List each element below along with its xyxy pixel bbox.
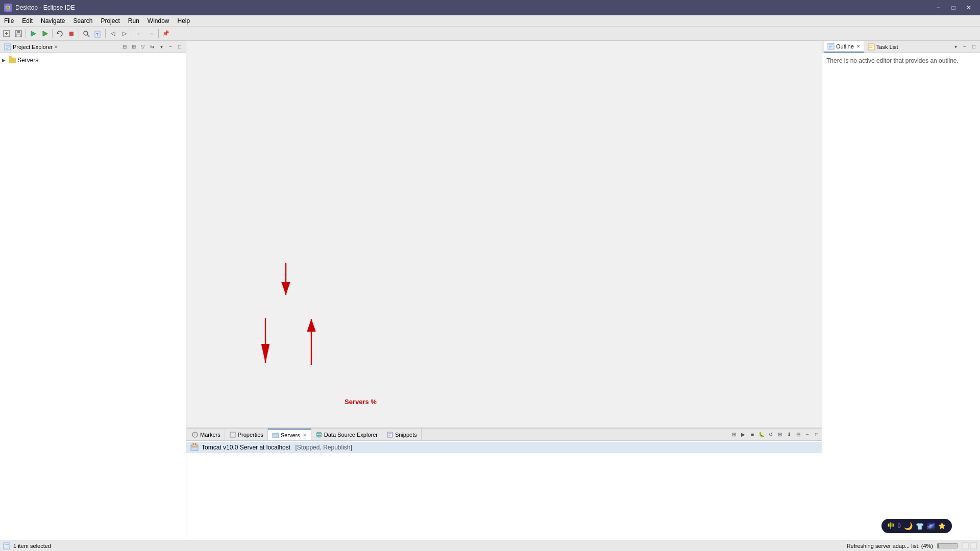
properties-icon <box>229 431 236 438</box>
toolbar-sep-1 <box>26 29 26 38</box>
bottom-panel-debug[interactable]: 🐛 <box>757 431 766 439</box>
menu-help[interactable]: Help <box>174 15 194 26</box>
server-name: Tomcat v10.0 Server at localhost <box>202 444 290 451</box>
pe-close-icon[interactable]: ✕ <box>54 44 58 49</box>
toolbar-open-type[interactable]: T <box>92 28 104 39</box>
bottom-panel-new[interactable]: ⊞ <box>730 431 738 439</box>
svg-point-27 <box>316 432 322 434</box>
servers-tab-icon <box>272 432 279 439</box>
tree-arrow-servers: ▶ <box>2 58 7 63</box>
snippets-icon <box>386 431 394 438</box>
bottom-panel-start[interactable]: ▶ <box>739 431 747 439</box>
close-button[interactable]: ✕ <box>962 2 976 13</box>
bottom-panel-stop[interactable]: ■ <box>748 431 756 439</box>
tab-servers-close[interactable]: ✕ <box>303 433 307 438</box>
toolbar-forward[interactable]: → <box>145 28 157 39</box>
menu-project[interactable]: Project <box>96 15 124 26</box>
bottom-panel-menu3[interactable]: ⊟ <box>794 431 802 439</box>
toolbar-sep-4 <box>105 29 106 38</box>
toolbar-run[interactable] <box>39 28 51 39</box>
tab-snippets[interactable]: Snippets <box>382 429 422 440</box>
toolbar-save[interactable] <box>13 28 24 39</box>
svg-rect-37 <box>195 443 196 445</box>
pe-expand-all[interactable]: ⊞ <box>130 43 138 51</box>
tree-item-servers[interactable]: ▶ Servers <box>0 55 186 65</box>
title-bar: Desktop - Eclipse IDE − □ ✕ <box>0 0 980 15</box>
center-area: ! Markers Properties Serv <box>186 41 822 540</box>
pe-maximize[interactable]: □ <box>176 43 184 51</box>
toolbar-search[interactable] <box>81 28 92 39</box>
toolbar-pin[interactable]: 📌 <box>160 28 172 39</box>
pe-link[interactable]: ⇆ <box>148 43 156 51</box>
toolbar-debug[interactable] <box>28 28 39 39</box>
svg-rect-36 <box>193 443 194 445</box>
toolbar-prev-edit[interactable]: ◁ <box>107 28 118 39</box>
pe-filter[interactable]: ▽ <box>139 43 147 51</box>
menu-edit[interactable]: Edit <box>18 15 37 26</box>
tray-chinese-char: 中 <box>888 521 894 531</box>
pe-minimize[interactable]: − <box>166 43 175 51</box>
outline-view-menu[interactable]: ▾ <box>951 43 960 51</box>
tray-space-icon: 🌌 <box>927 522 935 530</box>
toolbar-stop[interactable] <box>66 28 77 39</box>
tab-servers-label: Servers <box>281 432 300 438</box>
markers-icon: ! <box>191 431 199 438</box>
bottom-panel-menu1[interactable]: ⊞ <box>776 431 784 439</box>
menu-file[interactable]: File <box>0 15 18 26</box>
tab-properties[interactable]: Properties <box>225 429 268 440</box>
svg-text:!: ! <box>194 433 195 437</box>
tab-task-list[interactable]: Task List <box>865 41 901 53</box>
bottom-maximize[interactable]: □ <box>813 431 821 439</box>
outline-minimize[interactable]: − <box>961 43 969 51</box>
status-extra-icon1 <box>962 542 969 549</box>
maximize-button[interactable]: □ <box>946 2 961 13</box>
bottom-minimize[interactable]: − <box>803 431 812 439</box>
toolbar: T ◁ ▷ ← → 📌 <box>0 27 980 41</box>
toolbar-back[interactable]: ← <box>134 28 145 39</box>
svg-rect-6 <box>17 31 20 33</box>
outline-tab-label: Outline <box>836 43 854 49</box>
tab-data-source-label: Data Source Explorer <box>324 432 378 438</box>
right-panel-header: Outline ✕ Task List ▾ − <box>822 41 980 53</box>
status-icon <box>3 542 10 549</box>
toolbar-refresh[interactable] <box>54 28 65 39</box>
bottom-tabs-bar: ! Markers Properties Serv <box>186 429 822 441</box>
svg-marker-9 <box>43 31 47 36</box>
svg-rect-43 <box>868 44 874 50</box>
project-tree: ▶ Servers <box>0 53 186 540</box>
tab-data-source[interactable]: Data Source Explorer <box>311 429 382 440</box>
tab-properties-label: Properties <box>238 432 263 438</box>
svg-rect-7 <box>16 34 20 37</box>
tray-star-icon: ⭐ <box>938 522 946 530</box>
toolbar-next-edit[interactable]: ▷ <box>119 28 130 39</box>
project-explorer-tab[interactable]: Project Explorer ✕ <box>2 43 60 51</box>
tab-servers[interactable]: Servers ✕ <box>268 429 311 440</box>
progress-fill <box>938 544 939 548</box>
servers-folder-icon <box>8 56 16 64</box>
svg-text:T: T <box>96 32 99 37</box>
status-extra-icon2 <box>970 542 977 549</box>
tab-outline[interactable]: Outline ✕ <box>824 41 864 53</box>
servers-content: Tomcat v10.0 Server at localhost [Stoppe… <box>186 441 822 540</box>
menu-run[interactable]: Run <box>124 15 143 26</box>
tomcat-server-icon <box>190 443 199 452</box>
minimize-button[interactable]: − <box>931 2 945 13</box>
menu-search[interactable]: Search <box>69 15 96 26</box>
bottom-panel-menu2[interactable]: ⬇ <box>785 431 793 439</box>
main-layout: Project Explorer ✕ ⊟ ⊞ ▽ ⇆ ▾ − □ ▶ <box>0 41 980 540</box>
menu-window[interactable]: Window <box>143 15 174 26</box>
svg-line-13 <box>87 35 89 37</box>
toolbar-sep-2 <box>52 29 53 38</box>
server-row-tomcat[interactable]: Tomcat v10.0 Server at localhost [Stoppe… <box>186 442 822 453</box>
tray-moon-icon: 🌙 <box>904 522 913 530</box>
pe-collapse-all[interactable]: ⊟ <box>120 43 129 51</box>
svg-marker-10 <box>57 32 59 34</box>
tab-markers[interactable]: ! Markers <box>187 429 225 440</box>
pe-view-menu[interactable]: ▾ <box>157 43 165 51</box>
left-panel: Project Explorer ✕ ⊟ ⊞ ▽ ⇆ ▾ − □ ▶ <box>0 41 186 540</box>
menu-navigate[interactable]: Navigate <box>37 15 69 26</box>
toolbar-new[interactable] <box>1 28 12 39</box>
outline-maximize[interactable]: □ <box>970 43 978 51</box>
outline-close[interactable]: ✕ <box>856 44 861 49</box>
bottom-panel-refresh[interactable]: ↺ <box>767 431 775 439</box>
